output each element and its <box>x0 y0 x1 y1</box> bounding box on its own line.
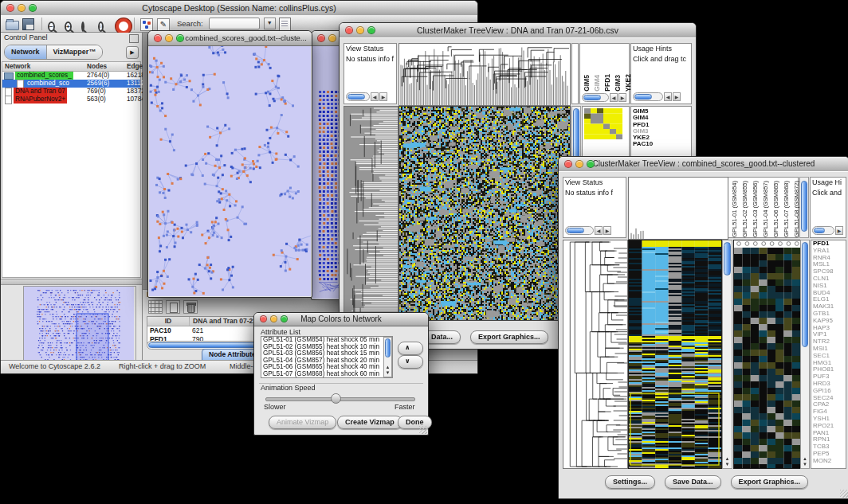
search-input[interactable] <box>209 18 260 29</box>
row-label[interactable]: PAC10 <box>631 141 691 147</box>
minimize-button[interactable] <box>270 315 277 322</box>
scrollbar[interactable] <box>346 92 370 101</box>
treeview2-button[interactable]: Settings... <box>605 475 655 489</box>
scroll-thumb[interactable] <box>802 242 808 347</box>
network-list-row[interactable]: RNAPuberNov2+ 563(0) 107847(0) <box>2 96 140 104</box>
gene-label[interactable]: MON2 <box>811 458 846 465</box>
gene-vscroll[interactable]: ▲▼ <box>800 240 810 469</box>
heatmap-canvas[interactable] <box>628 240 722 469</box>
scroll-thumb[interactable] <box>567 228 584 233</box>
zoom-button[interactable] <box>29 4 37 12</box>
scroll-thumb[interactable] <box>814 228 825 233</box>
row-dendrogram-canvas[interactable] <box>344 106 398 321</box>
column-dendrogram-canvas[interactable] <box>398 43 571 106</box>
network-canvas[interactable] <box>149 46 311 296</box>
scroll-right-button[interactable]: ▶ <box>618 93 626 102</box>
heatmap-vscroll[interactable]: ▲▼ <box>722 240 732 469</box>
col-id[interactable]: ID <box>147 317 190 326</box>
delete-attribute-button[interactable] <box>183 300 198 314</box>
scroll-left-button[interactable]: ◀ <box>595 226 603 235</box>
close-button[interactable] <box>317 34 325 42</box>
scroll-thumb[interactable] <box>801 181 807 232</box>
main-titlebar[interactable]: Cytoscape Desktop (Session Name: collins… <box>1 1 477 16</box>
scroll-thumb[interactable] <box>347 94 365 100</box>
move-up-button[interactable]: ∧ <box>398 342 423 355</box>
close-button[interactable] <box>154 34 162 42</box>
resize-grip[interactable] <box>419 426 427 434</box>
save-session-button[interactable] <box>22 18 36 30</box>
treeview2-button[interactable]: Save Data... <box>665 475 721 489</box>
tab-network[interactable]: Network <box>5 45 46 59</box>
zoom-button[interactable] <box>367 26 375 34</box>
scroll-arrows[interactable]: ▲▼ <box>724 456 731 467</box>
scroll-left-button[interactable]: ◀ <box>610 93 618 102</box>
close-button[interactable] <box>564 160 572 168</box>
close-button[interactable] <box>260 315 267 322</box>
scrollbar[interactable] <box>582 93 609 102</box>
network-overview-canvas[interactable] <box>24 287 134 365</box>
scroll-right-button[interactable]: ▶ <box>835 226 843 235</box>
zoom-in-button[interactable]: + <box>65 18 78 30</box>
close-button[interactable] <box>6 4 14 12</box>
float-panel-icon[interactable] <box>129 34 139 43</box>
scroll-right-button[interactable]: ▶ <box>673 92 681 101</box>
scroll-thumb[interactable] <box>385 338 391 357</box>
network-tool-button[interactable] <box>140 18 154 30</box>
minimize-button[interactable] <box>356 26 364 34</box>
minimize-button[interactable] <box>165 34 173 42</box>
dendro-scroll-strip[interactable] <box>571 43 579 104</box>
search-dropdown-button[interactable]: ▼ <box>264 18 276 29</box>
tab-overflow-button[interactable]: ▶ <box>126 46 139 59</box>
zoom-button[interactable] <box>281 315 288 322</box>
zoom-fit-button[interactable] <box>81 18 95 30</box>
treeview2-titlebar[interactable]: ClusterMaker TreeView : combined_scores_… <box>559 157 848 172</box>
attribute-item[interactable]: GPL51-07 (GSM868) heat shock 60 min <box>261 371 392 378</box>
row-dendrogram-canvas[interactable] <box>563 240 628 469</box>
attribute-select-button[interactable] <box>148 300 163 314</box>
scroll-thumb[interactable] <box>583 95 601 100</box>
network-list-row[interactable]: combined_sco 2569(6) 13112(15) <box>2 80 140 88</box>
minimize-button[interactable] <box>18 4 26 12</box>
treeview1-button[interactable]: Data... <box>423 330 461 344</box>
scroll-arrows[interactable]: ▲▼ <box>802 456 808 467</box>
panel-splitter[interactable] <box>1 279 142 285</box>
scroll-left-button[interactable]: ◀ <box>664 92 672 101</box>
network-overview[interactable] <box>23 286 136 367</box>
network-titlebar[interactable]: combined_scores_good.txt--cluste... <box>148 31 312 46</box>
open-session-button[interactable] <box>6 18 19 30</box>
zoom-button[interactable] <box>587 160 595 168</box>
scrollbar[interactable] <box>565 226 594 235</box>
header-network[interactable]: Network <box>5 62 30 71</box>
scroll-thumb[interactable] <box>634 94 652 100</box>
treeview1-titlebar[interactable]: ClusterMaker TreeView : DNA and Tran 07-… <box>340 23 696 38</box>
help-button[interactable] <box>115 18 128 30</box>
scrollbar[interactable] <box>633 92 663 101</box>
resize-grip[interactable] <box>840 490 848 498</box>
create-attribute-button[interactable] <box>166 300 180 314</box>
list-vscroll[interactable]: ▲▼ <box>383 337 392 377</box>
scroll-left-button[interactable]: ◀ <box>371 92 379 101</box>
dialog-titlebar[interactable]: Map Colors to Network <box>254 313 428 326</box>
heatmap-canvas[interactable] <box>398 106 571 321</box>
annotation-button[interactable]: ✎ <box>157 18 171 30</box>
zoom-heatmap-canvas[interactable] <box>733 240 801 469</box>
treeview1-button[interactable]: Export Graphics... <box>470 330 548 344</box>
treeview2-button[interactable]: Export Graphics... <box>731 475 809 489</box>
animate-vizmap-button[interactable]: Animate Vizmap <box>269 416 336 429</box>
speed-slider-thumb[interactable] <box>331 393 341 404</box>
scroll-thumb[interactable] <box>724 242 731 275</box>
zoom-button[interactable] <box>176 34 184 42</box>
network-list-row[interactable]: DNA and Tran 07 769(0) 183728(0) <box>2 88 140 96</box>
tab-vizmapper[interactable]: VizMapper™ <box>46 45 103 59</box>
zoom-region-button[interactable]: ▫ <box>98 18 112 30</box>
scroll-arrows[interactable]: ▲▼ <box>385 365 391 376</box>
header-nodes[interactable]: Nodes <box>87 62 107 71</box>
scrollbar[interactable] <box>812 226 834 235</box>
column-dendrogram-canvas[interactable] <box>628 177 728 240</box>
create-vizmap-button[interactable]: Create Vizmap <box>337 416 402 429</box>
zoom-out-button[interactable]: − <box>48 18 61 30</box>
top-vscroll[interactable] <box>799 177 809 238</box>
network-list-row[interactable]: combined_scores_ 2764(0) 16218(0) <box>2 72 140 80</box>
close-button[interactable] <box>345 26 353 34</box>
scroll-right-button[interactable]: ▶ <box>379 92 387 101</box>
